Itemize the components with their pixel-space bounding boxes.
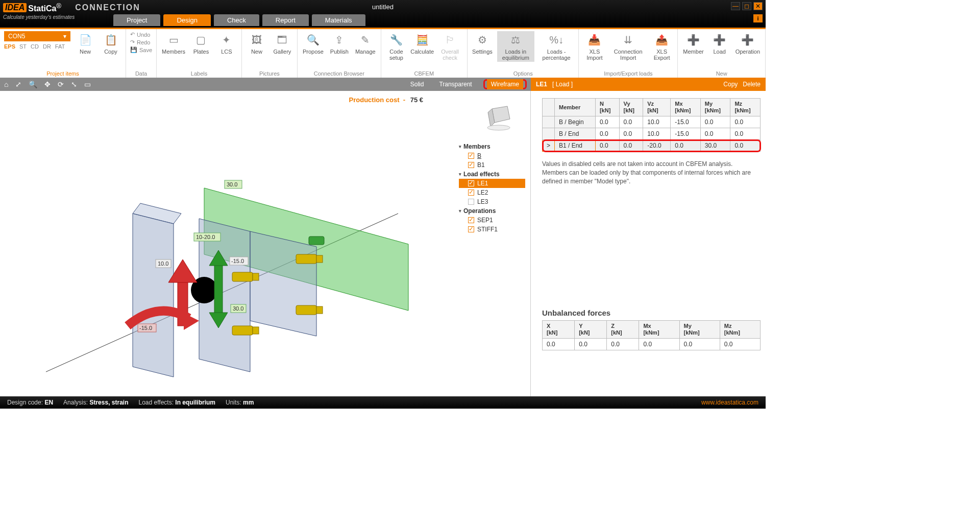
lcs-btn[interactable]: ✦LCS [216, 31, 237, 56]
minimize-button[interactable]: — [731, 2, 740, 10]
title-bar: IDEA StatiCa® CONNECTION Calculate yeste… [0, 0, 766, 28]
balance-icon: ⚖ [508, 32, 523, 48]
code-eps[interactable]: EPS [4, 43, 15, 50]
rotate-icon[interactable]: ⟳ [58, 80, 64, 88]
ribbon-project-items: CON5▾ EPS ST CD DR FAT 📄New 📋Copy Projec… [0, 29, 126, 78]
propose-btn[interactable]: 🔍Propose [302, 31, 325, 56]
pan-icon[interactable]: ✥ [44, 80, 51, 88]
info-button[interactable]: i [753, 14, 763, 22]
check-icon[interactable] [468, 189, 474, 196]
tree-item-stiff1[interactable]: STIFF1 [459, 225, 525, 234]
code-st[interactable]: ST [19, 43, 27, 50]
table-row[interactable]: B / End 0.00.010.0-15.00.00.0 [543, 128, 761, 140]
tab-check[interactable]: Check [214, 14, 259, 26]
xls-import-btn[interactable]: 📥XLS Import [583, 31, 606, 62]
mode-transparent[interactable]: Transparent [435, 79, 476, 89]
svg-rect-9 [232, 272, 253, 281]
tree-ops-head[interactable]: Operations [459, 206, 525, 216]
check-icon[interactable] [468, 162, 474, 168]
new-button[interactable]: 📄New [75, 31, 96, 56]
redo-button[interactable]: ↷Redo [130, 39, 152, 45]
box-icon[interactable]: ▭ [84, 80, 91, 88]
members-btn[interactable]: ▭Members [161, 31, 186, 56]
ribbon-impexp: 📥XLS Import ⇊Connection Import 📤XLS Expo… [579, 29, 678, 78]
side-delete-btn[interactable]: Delete [743, 81, 761, 88]
connection-dropdown[interactable]: CON5▾ [4, 31, 70, 41]
check-icon[interactable] [468, 153, 474, 159]
conn-import-btn[interactable]: ⇊Connection Import [610, 31, 646, 62]
new-operation-btn[interactable]: ➕Operation [734, 31, 761, 56]
website-link[interactable]: www.ideastatica.com [701, 399, 758, 406]
svg-text:-15.0: -15.0 [231, 258, 244, 264]
manage-btn[interactable]: ✎Manage [354, 31, 377, 56]
tree-item-sep1[interactable]: SEP1 [459, 216, 525, 225]
svg-point-2 [487, 125, 510, 130]
gallery-btn[interactable]: 🗔Gallery [272, 31, 293, 56]
code-dr[interactable]: DR [43, 43, 51, 50]
xls-export-icon: 📤 [654, 32, 670, 48]
table-row[interactable]: B / Begin 0.00.010.0-15.00.00.0 [543, 116, 761, 128]
copy-button[interactable]: 📋Copy [100, 31, 121, 56]
tree-item-b[interactable]: B [459, 151, 525, 160]
plates-btn[interactable]: ▢Plates [190, 31, 212, 56]
ribbon-pictures: 🖼New 🗔Gallery Pictures [242, 29, 298, 78]
maximize-button[interactable]: ◻ [742, 2, 751, 10]
tree-item-b1[interactable]: B1 [459, 160, 525, 170]
undo-button[interactable]: ↶Undo [130, 31, 152, 38]
3d-viewport[interactable]: Production cost - 75 € [0, 91, 531, 396]
svg-text:10-20.0: 10-20.0 [196, 234, 215, 240]
loads-pct-btn[interactable]: %↓Loads - percentage [538, 31, 575, 62]
pic-new-btn[interactable]: 🖼New [246, 31, 267, 56]
tree-item-le3[interactable]: LE3 [459, 197, 525, 206]
ribbon-cbfem: 🔧Code setup 🧮Calculate 🏳Overall check CB… [381, 29, 468, 78]
tree-loads-head[interactable]: Load effects [459, 170, 525, 179]
tab-design[interactable]: Design [163, 14, 210, 26]
tree-members-head[interactable]: Members [459, 142, 525, 151]
svg-text:10.0: 10.0 [158, 260, 168, 267]
codesetup-btn[interactable]: 🔧Code setup [385, 31, 408, 62]
check-icon[interactable] [468, 226, 474, 232]
view-cube[interactable] [484, 101, 515, 132]
xls-export-btn[interactable]: 📤XLS Export [650, 31, 673, 62]
check-icon[interactable] [468, 217, 474, 223]
zoom-window-icon[interactable]: ⤢ [15, 80, 21, 88]
logo-module: CONNECTION [75, 3, 140, 12]
tree-item-le2[interactable]: LE2 [459, 188, 525, 197]
tree-item-le1[interactable]: LE1 [459, 179, 525, 188]
tab-report[interactable]: Report [262, 14, 309, 26]
lcs-icon: ✦ [219, 32, 234, 48]
load-table[interactable]: Member N[kN] Vy[kN] Vz[kN] Mx[kNm] My[kN… [542, 98, 761, 152]
copy-icon: 📋 [103, 32, 118, 48]
mode-solid[interactable]: Solid [406, 79, 428, 89]
zoom-icon[interactable]: 🔍 [29, 80, 37, 88]
tab-project[interactable]: Project [113, 14, 160, 26]
loads-eq-btn[interactable]: ⚖Loads in equilibrium [497, 31, 534, 62]
svg-rect-13 [296, 254, 316, 264]
table-row-selected[interactable]: > B1 / End 0.00.0-20.00.030.00.0 [543, 140, 761, 152]
check-icon[interactable] [468, 199, 474, 205]
mode-wireframe-highlight: Wireframe [483, 79, 527, 89]
close-button[interactable]: ✕ [753, 2, 763, 10]
save-button[interactable]: 💾Save [130, 46, 152, 53]
code-cd[interactable]: CD [31, 43, 39, 50]
mode-wireframe[interactable]: Wireframe [487, 79, 523, 89]
new-member-btn[interactable]: ➕Member [682, 31, 704, 56]
tab-materials[interactable]: Materials [312, 14, 365, 26]
tagline: Calculate yesterday's estimates [3, 14, 105, 20]
gear-icon: ⚙ [475, 32, 490, 48]
settings-btn[interactable]: ⚙Settings [472, 31, 493, 56]
code-fat[interactable]: FAT [55, 43, 65, 50]
home-icon[interactable]: ⌂ [4, 80, 8, 88]
logo-statica: StatiCa® [28, 2, 61, 13]
side-copy-btn[interactable]: Copy [723, 81, 738, 88]
publish-btn[interactable]: ⇪Publish [329, 31, 350, 56]
plates-icon: ▢ [193, 32, 209, 48]
wrench-icon: 🔧 [388, 32, 404, 48]
connection-sketch: 30.0 10-20.0 10.0 -15.0 -15.0 30.0 [31, 152, 419, 397]
new-load-btn[interactable]: ➕Load [709, 31, 730, 56]
calculate-btn[interactable]: 🧮Calculate [411, 31, 433, 56]
publish-icon: ⇪ [332, 32, 347, 48]
fullscreen-icon[interactable]: ⤡ [71, 80, 77, 88]
check-icon[interactable] [468, 180, 474, 186]
overallcheck-btn[interactable]: 🏳Overall check [437, 31, 463, 62]
